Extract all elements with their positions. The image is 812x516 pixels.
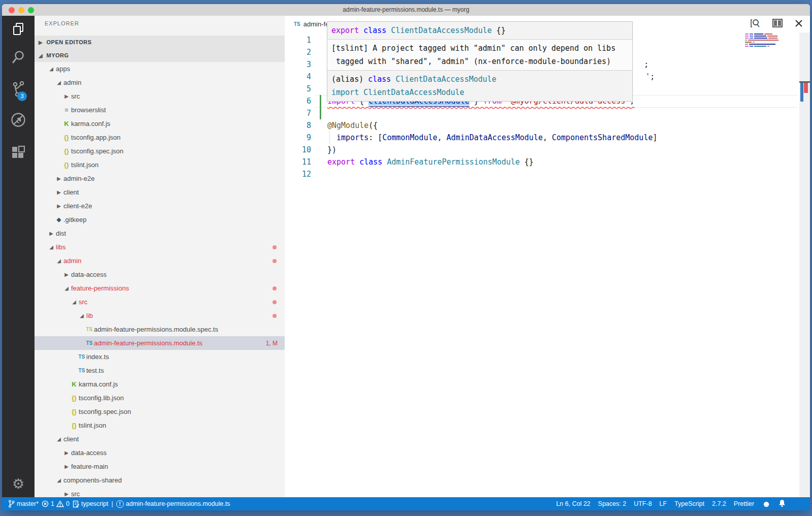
open-preview-icon[interactable] xyxy=(750,18,760,30)
code-line-7: 7 xyxy=(285,107,810,119)
tree-item-client[interactable]: ▶client xyxy=(35,185,285,199)
status-item[interactable]: Prettier xyxy=(734,500,754,507)
tree-item-feature-permissions[interactable]: ◢feature-permissions xyxy=(35,281,285,295)
tree-item-admin[interactable]: ◢admin xyxy=(35,254,285,268)
explorer-icon[interactable] xyxy=(2,17,35,42)
tree-item-tsconfig.lib.json[interactable]: {}tsconfig.lib.json xyxy=(35,391,285,405)
tree-item-.gitkeep[interactable]: ◆.gitkeep xyxy=(35,213,285,227)
tree-item-index.ts[interactable]: TSindex.ts xyxy=(35,350,285,364)
tree-item-label: lib xyxy=(86,312,93,319)
chevron-right-icon: ▶ xyxy=(62,272,71,277)
notifications-bell-icon[interactable] xyxy=(779,499,786,509)
tree-item-label: admin-feature-permissions.module.spec.ts xyxy=(94,326,218,333)
file-tree: ◢apps◢admin▶src≡browserslistKkarma.conf.… xyxy=(35,62,285,497)
error-dot-badge xyxy=(273,259,277,263)
tree-item-client-e2e[interactable]: ▶client-e2e xyxy=(35,199,285,213)
code-line-12: 12 xyxy=(285,168,810,180)
tree-item-admin-e2e[interactable]: ▶admin-e2e xyxy=(35,172,285,185)
open-editors-header[interactable]: ▶ OPEN EDITORS xyxy=(35,36,285,49)
chevron-right-icon: ▶ xyxy=(62,464,71,469)
status-item[interactable]: UTF-8 xyxy=(634,500,652,507)
tree-item-src[interactable]: ◢src xyxy=(35,295,285,309)
status-item[interactable]: 2.7.2 xyxy=(712,500,726,507)
chevron-down-icon: ◢ xyxy=(39,49,45,62)
status-item[interactable]: TypeScript xyxy=(674,500,704,507)
tree-item-browserslist[interactable]: ≡browserslist xyxy=(35,103,285,117)
chevron-right-icon: ▶ xyxy=(54,189,63,195)
tree-item-label: admin-feature-permissions.module.ts xyxy=(94,339,202,347)
tree-item-admin[interactable]: ◢admin xyxy=(35,76,285,89)
tree-item-label: .gitkeep xyxy=(63,216,87,223)
tree-item-data-access[interactable]: ▶data-access xyxy=(35,268,285,281)
extensions-icon[interactable] xyxy=(2,140,35,165)
tree-item-dist[interactable]: ▶dist xyxy=(35,227,285,240)
title-bar[interactable]: admin-feature-permissions.module.ts — my… xyxy=(2,4,810,16)
vscode-window: admin-feature-permissions.module.ts — my… xyxy=(2,4,810,510)
code-line-10: 10}) xyxy=(285,144,810,156)
close-icon[interactable] xyxy=(795,19,803,29)
tree-item-tsconfig.app.json[interactable]: {}tsconfig.app.json xyxy=(35,131,285,144)
tree-item-label: client-e2e xyxy=(63,202,92,210)
tslint-status-item[interactable]: typescript | ! admin-feature-permissions… xyxy=(73,500,230,508)
overview-selection-marker xyxy=(800,83,803,102)
tree-item-tsconfig.spec.json[interactable]: {}tsconfig.spec.json xyxy=(35,405,285,418)
gear-icon[interactable]: ⚙ xyxy=(2,476,35,492)
error-dot-badge xyxy=(273,286,277,291)
status-bar-right: Ln 6, Col 22Spaces: 2UTF-8LFTypeScript2.… xyxy=(556,499,810,509)
overview-ruler[interactable] xyxy=(799,33,810,497)
json-file-icon: {} xyxy=(70,395,79,402)
tree-item-admin-feature-permissions.module.ts[interactable]: TSadmin-feature-permissions.module.ts1, … xyxy=(35,336,285,350)
line-number: 2 xyxy=(285,46,311,58)
line-number: 5 xyxy=(285,83,311,95)
tree-item-label: apps xyxy=(56,65,70,73)
feedback-smiley-icon[interactable]: ☻ xyxy=(762,500,771,508)
tree-item-tslint.json[interactable]: {}tslint.json xyxy=(35,158,285,172)
status-item[interactable]: Spaces: 2 xyxy=(598,500,626,507)
workspace-root-header[interactable]: ◢ MYORG xyxy=(35,49,285,62)
tree-item-label: client xyxy=(63,188,79,196)
tree-item-src[interactable]: ▶src xyxy=(35,89,285,103)
tree-item-apps[interactable]: ◢apps xyxy=(35,62,285,76)
status-item[interactable]: Ln 6, Col 22 xyxy=(556,500,590,507)
chevron-down-icon: ◢ xyxy=(54,258,63,264)
line-number: 6 xyxy=(285,95,311,107)
tree-item-data-access[interactable]: ▶data-access xyxy=(35,446,285,460)
scm-badge: 3 xyxy=(17,91,27,101)
git-branch-item[interactable]: master* xyxy=(8,500,39,508)
tree-item-tslint.json[interactable]: {}tslint.json xyxy=(35,418,285,432)
problems-item[interactable]: 1 0 xyxy=(42,500,70,507)
tree-item-feature-main[interactable]: ▶feature-main xyxy=(35,460,285,473)
tree-item-lib[interactable]: ◢lib xyxy=(35,309,285,322)
status-item[interactable]: LF xyxy=(659,500,667,507)
tree-item-src[interactable]: ▶src xyxy=(35,487,285,497)
tree-item-label: admin xyxy=(63,257,81,265)
source-control-icon[interactable]: 3 xyxy=(2,77,35,102)
tree-item-libs[interactable]: ◢libs xyxy=(35,240,285,254)
minimap[interactable] xyxy=(745,34,779,48)
tree-item-admin-feature-permissions.module.spec.ts[interactable]: TSadmin-feature-permissions.module.spec.… xyxy=(35,322,285,336)
tree-item-tsconfig.spec.json[interactable]: {}tsconfig.spec.json xyxy=(35,144,285,158)
tree-item-label: karma.conf.js xyxy=(79,380,118,388)
search-icon[interactable] xyxy=(2,46,35,70)
tree-item-label: admin xyxy=(63,79,81,86)
tree-item-components-shared[interactable]: ◢components-shared xyxy=(35,473,285,487)
tree-item-label: karma.conf.js xyxy=(71,120,110,127)
line-number: 3 xyxy=(285,58,311,71)
tree-item-label: src xyxy=(71,490,80,497)
tree-item-karma.conf.js[interactable]: Kkarma.conf.js xyxy=(35,117,285,131)
tree-item-client[interactable]: ◢client xyxy=(35,432,285,446)
desktop: { "window": { "title": "admin-feature-pe… xyxy=(0,0,812,516)
typescript-file-icon: TS xyxy=(294,21,300,27)
tree-item-karma.conf.js[interactable]: Kkarma.conf.js xyxy=(35,377,285,391)
chevron-down-icon: ◢ xyxy=(77,313,86,318)
chevron-down-icon: ◢ xyxy=(54,436,63,442)
split-editor-icon[interactable] xyxy=(772,19,783,30)
debug-icon[interactable] xyxy=(2,108,35,132)
ts-spec-file-icon: TS xyxy=(85,327,94,332)
tree-item-label: components-shared xyxy=(63,476,122,484)
list-file-icon: ≡ xyxy=(62,106,71,114)
tree-item-label: tsconfig.app.json xyxy=(71,134,121,141)
code-editor[interactable]: 123;4';56import { ClientDataAccessModule… xyxy=(285,33,810,497)
tree-item-test.ts[interactable]: TStest.ts xyxy=(35,364,285,377)
karma-file-icon: K xyxy=(62,120,71,127)
